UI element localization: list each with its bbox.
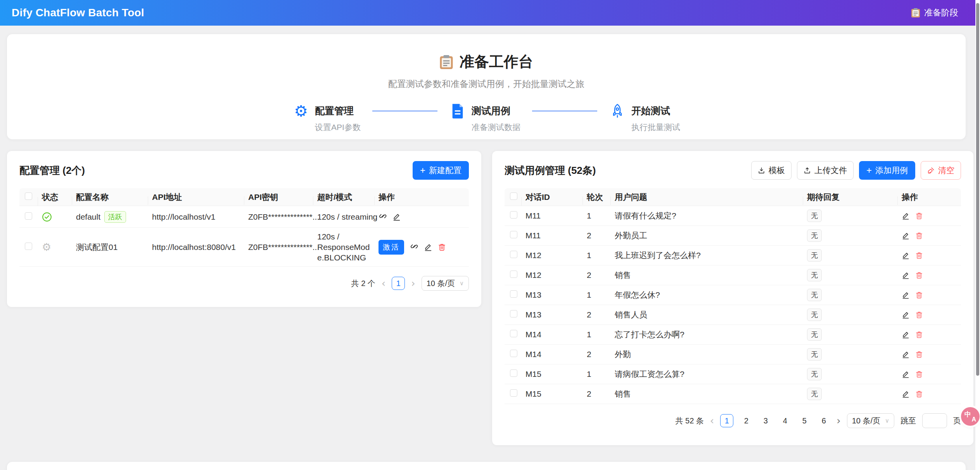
step-label: 测试用例 xyxy=(472,103,520,118)
edit-icon[interactable] xyxy=(392,213,401,221)
add-testcase-button[interactable]: + 添加用例 xyxy=(859,161,915,180)
delete-icon[interactable] xyxy=(915,370,923,378)
delete-icon[interactable] xyxy=(915,271,923,279)
page-unit-label: 页 xyxy=(953,416,961,426)
config-table: 状态 配置名称 API地址 API密钥 超时/模式 操作 default 活跃 … xyxy=(19,188,469,267)
next-page-icon[interactable]: › xyxy=(411,279,415,287)
page-size-select[interactable]: 10 条/页 ∨ xyxy=(422,276,469,291)
api-url: http://localhost:8080/v1 xyxy=(148,243,244,252)
row-checkbox[interactable] xyxy=(510,211,517,219)
edit-icon[interactable] xyxy=(902,311,909,319)
edit-icon[interactable] xyxy=(424,243,432,251)
col-turn: 轮次 xyxy=(583,192,611,203)
clipboard-icon xyxy=(911,8,920,18)
edit-icon[interactable] xyxy=(902,350,909,358)
scrollbar-track[interactable] xyxy=(975,0,980,470)
delete-icon[interactable] xyxy=(915,232,923,239)
select-all-checkbox[interactable] xyxy=(510,193,517,200)
expected-reply-tag: 无 xyxy=(807,388,822,400)
delete-icon[interactable] xyxy=(438,243,446,251)
testcase-row: M13 1 年假怎么休? 无 xyxy=(505,285,961,305)
row-checkbox[interactable] xyxy=(510,310,517,317)
edit-icon[interactable] xyxy=(902,232,909,239)
upload-icon xyxy=(804,167,811,174)
delete-icon[interactable] xyxy=(915,331,923,338)
prev-page-icon[interactable]: ‹ xyxy=(382,279,385,287)
activate-button[interactable]: 激活 xyxy=(379,240,404,255)
expected-reply-tag: 无 xyxy=(807,348,822,361)
total-count: 共 2 个 xyxy=(351,278,375,289)
row-checkbox[interactable] xyxy=(510,330,517,337)
config-management-panel: 配置管理 (2个) + 新建配置 状态 配置名称 API地址 API密钥 超时/… xyxy=(7,151,481,307)
delete-icon[interactable] xyxy=(915,350,923,358)
row-checkbox[interactable] xyxy=(510,350,517,357)
step-connector-line xyxy=(372,111,437,111)
edit-icon[interactable] xyxy=(902,212,909,220)
translate-floating-button[interactable]: 中 A xyxy=(961,407,980,426)
edit-icon[interactable] xyxy=(902,251,909,259)
test-connection-icon[interactable] xyxy=(379,213,387,221)
api-key: Z0FB**************... xyxy=(244,212,313,222)
testcase-table-header: 对话ID 轮次 用户问题 期待回复 操作 xyxy=(505,188,961,206)
chevron-down-icon: ∨ xyxy=(460,280,464,287)
prev-page-icon[interactable]: ‹ xyxy=(710,417,714,425)
delete-icon[interactable] xyxy=(915,291,923,299)
row-checkbox[interactable] xyxy=(510,290,517,298)
row-checkbox[interactable] xyxy=(510,251,517,258)
turn: 1 xyxy=(583,211,611,220)
page-number[interactable]: 1 xyxy=(720,414,733,427)
page-subtitle: 配置测试参数和准备测试用例，开始批量测试之旅 xyxy=(7,78,966,90)
delete-icon[interactable] xyxy=(915,212,923,220)
page-number[interactable]: 1 xyxy=(392,277,405,290)
edit-icon[interactable] xyxy=(902,291,909,299)
edit-icon[interactable] xyxy=(902,390,909,398)
delete-icon[interactable] xyxy=(915,311,923,319)
testcase-row: M15 2 销售 无 xyxy=(505,384,961,404)
step-connector-line xyxy=(532,111,597,111)
testcase-table: 对话ID 轮次 用户问题 期待回复 操作 M11 1 请假有什么规定? 无 M1… xyxy=(505,188,961,404)
expected-reply-tag: 无 xyxy=(807,269,822,281)
file-icon xyxy=(449,103,466,119)
expected-reply-tag: 无 xyxy=(807,309,822,321)
row-checkbox[interactable] xyxy=(25,243,32,250)
edit-icon[interactable] xyxy=(902,370,909,378)
workflow-steps: ⚙ 配置管理 设置API参数 测试用例 准备测试数据 开始测试 执行批量测试 xyxy=(7,103,966,133)
upload-file-button[interactable]: 上传文件 xyxy=(797,161,854,180)
row-checkbox[interactable] xyxy=(25,212,32,220)
active-tag: 活跃 xyxy=(104,211,126,223)
expected-reply-tag: 无 xyxy=(807,289,822,301)
select-all-checkbox[interactable] xyxy=(25,193,32,200)
row-checkbox[interactable] xyxy=(510,231,517,238)
delete-icon[interactable] xyxy=(915,390,923,398)
dialog-id: M13 xyxy=(522,290,583,300)
page-number[interactable]: 6 xyxy=(817,414,830,427)
jump-page-input[interactable] xyxy=(922,413,947,428)
next-page-icon[interactable]: › xyxy=(837,417,840,425)
page-number[interactable]: 5 xyxy=(798,414,811,427)
page-number[interactable]: 2 xyxy=(740,414,753,427)
scrollbar-thumb[interactable] xyxy=(976,3,979,376)
step-sublabel: 执行批量测试 xyxy=(631,122,680,133)
turn: 1 xyxy=(583,251,611,260)
edit-icon[interactable] xyxy=(902,271,909,279)
test-connection-icon[interactable] xyxy=(410,243,418,251)
delete-icon[interactable] xyxy=(915,251,923,259)
user-question: 忘了打卡怎么办啊? xyxy=(611,329,803,340)
config-name: default xyxy=(76,212,100,222)
row-checkbox[interactable] xyxy=(510,271,517,278)
row-checkbox[interactable] xyxy=(510,389,517,397)
translate-zh-glyph: 中 xyxy=(964,410,971,419)
page-size-select[interactable]: 10 条/页 ∨ xyxy=(847,413,894,428)
row-checkbox[interactable] xyxy=(510,369,517,377)
page-number[interactable]: 4 xyxy=(778,414,792,427)
config-panel-title: 配置管理 (2个) xyxy=(19,164,85,177)
clear-button[interactable]: 清空 xyxy=(921,161,961,180)
new-config-button[interactable]: + 新建配置 xyxy=(413,161,469,180)
template-button[interactable]: 模板 xyxy=(751,161,792,180)
edit-icon[interactable] xyxy=(902,331,909,338)
step-label: 配置管理 xyxy=(315,103,361,118)
page-number[interactable]: 3 xyxy=(759,414,772,427)
user-question: 请假有什么规定? xyxy=(611,210,803,221)
dialog-id: M11 xyxy=(522,231,583,240)
user-question: 外勤员工 xyxy=(611,230,803,241)
